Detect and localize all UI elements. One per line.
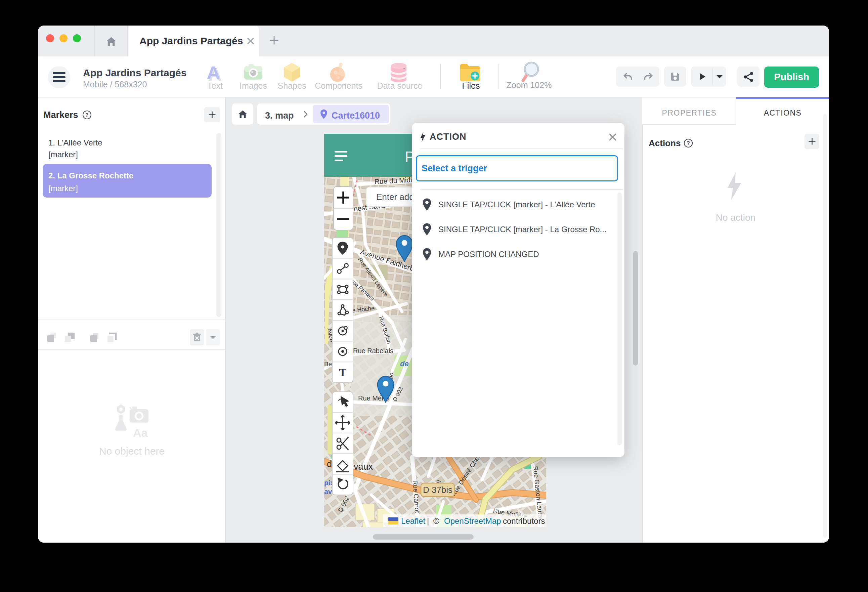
svg-text:?: ?	[686, 140, 690, 146]
svg-text:Be: Be	[324, 360, 332, 368]
svg-text:Leaflet: Leaflet	[401, 517, 425, 526]
svg-text:D 37bis: D 37bis	[423, 485, 452, 495]
svg-text:Rue Rabelais: Rue Rabelais	[353, 347, 393, 354]
svg-text:|: |	[427, 517, 429, 526]
svg-text:vaux: vaux	[354, 462, 373, 472]
svg-text:Aa: Aa	[133, 427, 148, 439]
svg-text:Enter add: Enter add	[376, 192, 414, 202]
svg-text:OpenStreetMap: OpenStreetMap	[444, 517, 501, 526]
svg-text:©: ©	[433, 517, 439, 526]
svg-text:T: T	[339, 366, 347, 379]
svg-text:de: de	[400, 360, 409, 368]
svg-text:?: ?	[85, 112, 89, 118]
svg-text:contributors: contributors	[503, 517, 545, 526]
svg-text:d: d	[327, 459, 332, 469]
